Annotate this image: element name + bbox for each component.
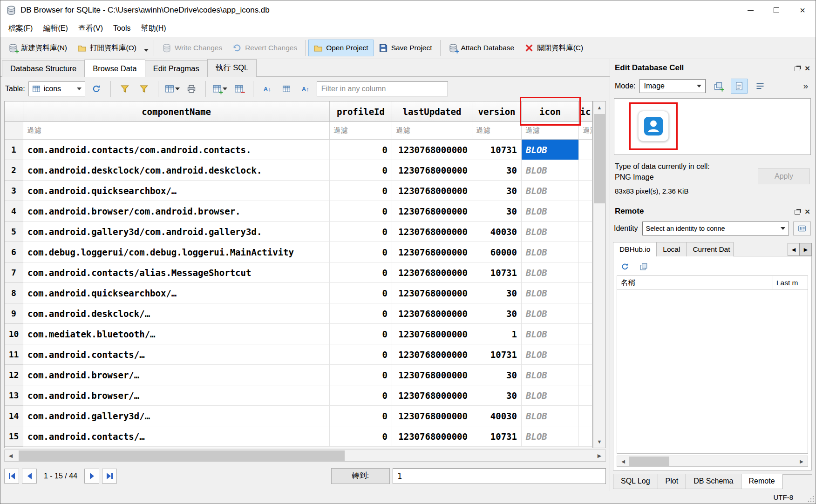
goto-button[interactable]: 轉到: [331, 468, 390, 484]
goto-input[interactable] [393, 468, 606, 484]
cell-icon[interactable]: BLOB [522, 140, 579, 160]
close-panel-icon[interactable]: × [805, 64, 810, 73]
cell-version[interactable]: 40030 [472, 406, 522, 426]
cell-lastUpdated[interactable]: 1230768000000 [392, 385, 472, 406]
table-select[interactable]: icons [28, 81, 85, 96]
maximize-button[interactable] [763, 0, 789, 20]
cell-profileId[interactable]: 0 [330, 406, 392, 426]
cell-version[interactable]: 30 [472, 160, 522, 181]
scroll-left-icon[interactable]: ◀ [617, 456, 629, 466]
revert-changes-button[interactable]: Revert Changes [227, 40, 302, 56]
row-number[interactable]: 5 [5, 222, 23, 242]
scrollbar-thumb[interactable] [629, 457, 669, 466]
write-changes-button[interactable]: Write Changes [157, 40, 227, 56]
tab-dbhub[interactable]: DBHub.io [613, 242, 657, 256]
cell-version[interactable]: 60000 [472, 242, 522, 262]
scroll-right-icon[interactable]: ▶ [593, 450, 605, 461]
filter-profileId[interactable]: 過濾 [330, 122, 392, 140]
close-button[interactable]: × [789, 0, 816, 20]
cell-icon[interactable]: BLOB [522, 324, 579, 344]
cell-icon[interactable]: BLOB [522, 365, 579, 385]
tab-local[interactable]: Local [656, 242, 687, 256]
cell-version[interactable]: 40030 [472, 222, 522, 242]
filter-icon[interactable]: 過濾 [522, 122, 579, 140]
cell-componentName[interactable]: com.android.gallery3d/com.android.galler… [23, 222, 330, 242]
cell-version[interactable]: 30 [472, 181, 522, 201]
tab-db-schema[interactable]: DB Schema [686, 474, 741, 489]
global-filter-input[interactable] [317, 81, 448, 96]
cell-icon[interactable]: BLOB [522, 262, 579, 283]
cell-componentName[interactable]: com.debug.loggerui/com.debug.loggerui.Ma… [23, 242, 330, 262]
filter-overflow[interactable]: 過濾 [579, 122, 592, 140]
cell-profileId[interactable]: 0 [330, 385, 392, 406]
cell-version[interactable]: 30 [472, 303, 522, 324]
cell-overflow[interactable] [579, 242, 592, 262]
cell-componentName[interactable]: com.android.browser/… [23, 365, 330, 385]
scrollbar-track[interactable] [593, 203, 605, 436]
manage-identities-button[interactable] [793, 222, 811, 235]
import-data-button[interactable] [710, 79, 727, 94]
cell-profileId[interactable]: 0 [330, 262, 392, 283]
scroll-right-icon[interactable]: ▶ [796, 456, 808, 466]
cell-overflow[interactable] [579, 385, 592, 406]
cell-overflow[interactable] [579, 344, 592, 365]
close-database-button[interactable]: 關閉資料庫(C) [519, 40, 588, 57]
cell-overflow[interactable] [579, 160, 592, 181]
menu-help[interactable]: 幫助(H) [136, 21, 171, 36]
cell-componentName[interactable]: com.android.contacts/… [23, 426, 330, 447]
attach-database-button[interactable]: Attach Database [443, 40, 520, 56]
cell-lastUpdated[interactable]: 1230768000000 [392, 406, 472, 426]
refresh-table-button[interactable] [88, 81, 104, 96]
cell-componentName[interactable]: com.android.contacts/… [23, 344, 330, 365]
cell-icon[interactable]: BLOB [522, 222, 579, 242]
mode-select[interactable]: Image [639, 79, 706, 93]
cell-lastUpdated[interactable]: 1230768000000 [392, 181, 472, 201]
sort-asc-button[interactable]: A↓ [259, 81, 275, 96]
cell-profileId[interactable]: 0 [330, 365, 392, 385]
cell-overflow[interactable] [579, 283, 592, 303]
row-number[interactable]: 10 [5, 324, 23, 344]
remote-header-name[interactable]: 名稱 [617, 276, 773, 289]
row-number[interactable]: 8 [5, 283, 23, 303]
open-project-button[interactable]: Open Project [308, 40, 373, 56]
columns-button[interactable] [279, 81, 294, 96]
cell-version[interactable]: 10731 [472, 426, 522, 447]
float-panel-icon[interactable] [795, 67, 800, 71]
cell-componentName[interactable]: com.android.quicksearchbox/… [23, 283, 330, 303]
cell-lastUpdated[interactable]: 1230768000000 [392, 160, 472, 181]
cell-profileId[interactable]: 0 [330, 242, 392, 262]
cell-componentName[interactable]: com.android.deskclock/com.android.deskcl… [23, 160, 330, 181]
cell-profileId[interactable]: 0 [330, 303, 392, 324]
cell-profileId[interactable]: 0 [330, 140, 392, 160]
filter-button[interactable] [117, 81, 133, 96]
cell-profileId[interactable]: 0 [330, 324, 392, 344]
menu-file[interactable]: 檔案(F) [3, 21, 38, 36]
filter-version[interactable]: 過濾 [472, 122, 522, 140]
cell-version[interactable]: 30 [472, 385, 522, 406]
cell-componentName[interactable]: com.android.browser/… [23, 385, 330, 406]
cell-overflow[interactable] [579, 406, 592, 426]
row-number[interactable]: 11 [5, 344, 23, 365]
new-database-button[interactable]: 新建資料庫(N) [3, 40, 72, 57]
save-project-button[interactable]: Save Project [374, 40, 437, 56]
cell-profileId[interactable]: 0 [330, 426, 392, 447]
cell-profileId[interactable]: 0 [330, 344, 392, 365]
cell-version[interactable]: 30 [472, 365, 522, 385]
header-corner[interactable] [5, 101, 23, 122]
cell-version[interactable]: 10731 [472, 344, 522, 365]
cell-lastUpdated[interactable]: 1230768000000 [392, 365, 472, 385]
cell-componentName[interactable]: com.android.gallery3d/… [23, 406, 330, 426]
cell-icon[interactable]: BLOB [522, 385, 579, 406]
header-icon[interactable]: icon [522, 101, 579, 122]
cell-lastUpdated[interactable]: 1230768000000 [392, 262, 472, 283]
cell-lastUpdated[interactable]: 1230768000000 [392, 222, 472, 242]
identity-select[interactable]: Select an identity to conne [642, 222, 789, 235]
row-number[interactable]: 9 [5, 303, 23, 324]
sort-desc-button[interactable]: A↑ [298, 81, 313, 96]
resize-grip[interactable] [808, 496, 814, 502]
menu-edit[interactable]: 編輯(E) [38, 21, 73, 36]
cell-icon[interactable]: BLOB [522, 160, 579, 181]
filter-lastUpdated[interactable]: 過濾 [392, 122, 472, 140]
row-number[interactable]: 1 [5, 140, 23, 160]
remote-horizontal-scrollbar[interactable]: ◀ ▶ [617, 456, 808, 467]
